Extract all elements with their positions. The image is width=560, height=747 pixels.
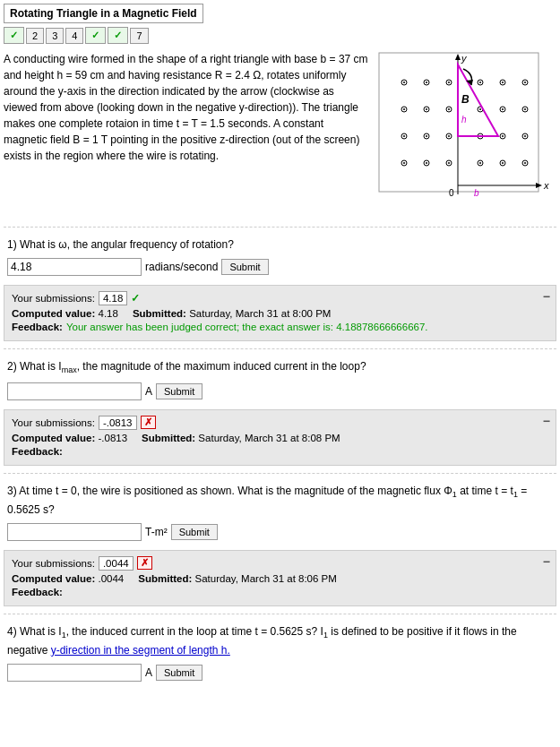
page-title: Rotating Triangle in a Magnetic Field bbox=[10, 7, 197, 20]
svg-text:b: b bbox=[474, 188, 479, 198]
diagram: y x bbox=[377, 51, 556, 219]
question-3-block: 3) At time t = 0, the wire is positioned… bbox=[4, 477, 556, 550]
tab-3[interactable]: 3 bbox=[46, 28, 64, 44]
question-4-input[interactable] bbox=[7, 664, 142, 682]
divider-3 bbox=[4, 473, 556, 474]
tab-4[interactable]: 4 bbox=[65, 28, 83, 44]
submitted-time-1: Submitted: Saturday, March 31 at 8:00 PM bbox=[133, 308, 332, 319]
svg-point-18 bbox=[524, 82, 526, 83]
svg-text:0: 0 bbox=[449, 188, 454, 198]
question-1-block: 1) What is ω, the angular frequency of r… bbox=[4, 231, 556, 285]
question-1-submit[interactable]: Submit bbox=[221, 259, 268, 275]
svg-text:h: h bbox=[461, 115, 467, 124]
question-2-block: 2) What is Imax, the magnitude of the ma… bbox=[4, 353, 556, 409]
question-3-unit: T-m² bbox=[145, 526, 168, 538]
question-1-input[interactable] bbox=[7, 258, 142, 276]
svg-point-24 bbox=[448, 108, 450, 110]
svg-text:x: x bbox=[543, 180, 549, 191]
submitted-time-3: Submitted: Saturday, March 31 at 8:06 PM bbox=[138, 573, 337, 584]
svg-point-34 bbox=[426, 135, 427, 137]
collapse-button-2[interactable]: − bbox=[543, 414, 550, 428]
question-3-input[interactable] bbox=[7, 523, 142, 541]
title-bar: Rotating Triangle in a Magnetic Field bbox=[4, 4, 203, 23]
feedback-label-1: Feedback: bbox=[12, 322, 63, 332]
computed-label-1: Computed value: 4.18 bbox=[12, 308, 118, 319]
svg-point-44 bbox=[403, 162, 405, 164]
tab-check-5[interactable]: ✓ bbox=[85, 27, 106, 44]
question-4-text: 4) What is I1, the induced current in th… bbox=[7, 623, 553, 658]
svg-point-28 bbox=[502, 108, 504, 110]
divider-2 bbox=[4, 348, 556, 349]
submissions-label-3: Your submissions: bbox=[12, 558, 95, 569]
svg-point-22 bbox=[426, 108, 427, 110]
question-2-input[interactable] bbox=[7, 382, 142, 400]
svg-point-32 bbox=[403, 135, 405, 137]
question-2-unit: A bbox=[145, 385, 152, 398]
x-icon-2: ✗ bbox=[141, 416, 156, 429]
svg-point-16 bbox=[502, 82, 504, 83]
question-3-text: 3) At time t = 0, the wire is positioned… bbox=[7, 483, 553, 518]
collapse-button-1[interactable]: − bbox=[543, 289, 550, 304]
svg-point-50 bbox=[479, 162, 481, 164]
svg-point-10 bbox=[426, 82, 427, 83]
question-3-submissions: − Your submissions: .0044 ✗ Computed val… bbox=[4, 550, 556, 606]
question-4-block: 4) What is I1, the induced current in th… bbox=[4, 618, 556, 691]
submitted-time-2: Submitted: Saturday, March 31 at 8:08 PM bbox=[142, 433, 340, 443]
feedback-text-1: Your answer has been judged correct; the… bbox=[66, 322, 428, 332]
question-3-submit[interactable]: Submit bbox=[171, 524, 218, 540]
svg-point-26 bbox=[479, 108, 481, 110]
tab-check-1[interactable]: ✓ bbox=[4, 27, 24, 44]
question-1-text: 1) What is ω, the angular frequency of r… bbox=[7, 236, 553, 253]
submissions-label-1: Your submissions: bbox=[12, 293, 95, 304]
svg-point-42 bbox=[524, 135, 526, 137]
feedback-label-2: Feedback: bbox=[12, 446, 63, 457]
svg-point-40 bbox=[502, 135, 504, 137]
computed-label-2: Computed value: -.0813 bbox=[12, 433, 127, 443]
question-4-unit: A bbox=[145, 666, 152, 679]
feedback-label-3: Feedback: bbox=[12, 587, 63, 597]
svg-point-20 bbox=[403, 108, 405, 110]
divider-4 bbox=[4, 614, 556, 614]
problem-text: A conducting wire formed in the shape of… bbox=[4, 51, 370, 219]
question-2-submissions: − Your submissions: -.0813 ✗ Computed va… bbox=[4, 409, 556, 466]
submissions-label-2: Your submissions: bbox=[12, 417, 95, 428]
question-4-submit[interactable]: Submit bbox=[156, 665, 202, 681]
svg-point-46 bbox=[426, 162, 427, 164]
tab-2[interactable]: 2 bbox=[26, 28, 44, 44]
divider-1 bbox=[4, 227, 556, 228]
question-2-submit[interactable]: Submit bbox=[156, 383, 202, 399]
svg-point-54 bbox=[524, 162, 526, 164]
computed-label-3: Computed value: .0044 bbox=[12, 573, 124, 584]
submission-value-2: -.0813 bbox=[99, 416, 137, 430]
svg-point-12 bbox=[448, 82, 450, 83]
x-icon-3: ✗ bbox=[137, 556, 152, 570]
svg-point-36 bbox=[448, 135, 450, 137]
collapse-button-3[interactable]: − bbox=[543, 554, 550, 569]
tab-7[interactable]: 7 bbox=[130, 28, 148, 44]
tabs-container: ✓ 2 3 4 ✓ ✓ 7 bbox=[0, 23, 560, 44]
check-icon-1: ✓ bbox=[131, 292, 140, 305]
svg-point-14 bbox=[479, 82, 481, 83]
svg-point-30 bbox=[524, 108, 526, 110]
tab-check-6[interactable]: ✓ bbox=[108, 27, 128, 44]
svg-point-8 bbox=[403, 82, 405, 83]
submission-value-1: 4.18 bbox=[99, 291, 127, 305]
question-2-text: 2) What is Imax, the magnitude of the ma… bbox=[7, 358, 553, 377]
question-1-submissions: − Your submissions: 4.18 ✓ Computed valu… bbox=[4, 285, 556, 341]
svg-point-52 bbox=[502, 162, 504, 164]
question-1-unit: radians/second bbox=[145, 261, 218, 273]
submission-value-3: .0044 bbox=[99, 556, 134, 571]
svg-point-48 bbox=[448, 162, 450, 164]
svg-text:B: B bbox=[461, 93, 470, 106]
